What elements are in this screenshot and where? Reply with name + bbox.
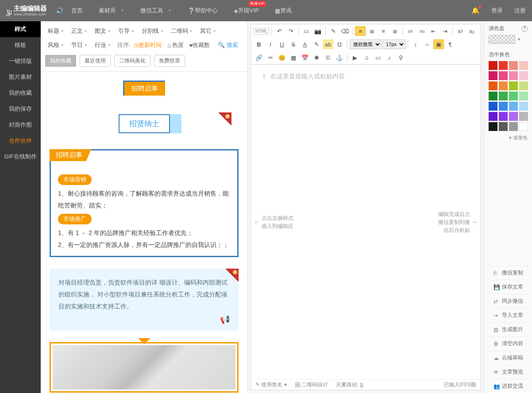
link-button[interactable]: 🔗 xyxy=(254,53,264,62)
sup-button[interactable]: x2 xyxy=(455,26,466,36)
color-swatch[interactable] xyxy=(509,122,518,131)
sort-update[interactable]: ◷ 更新时间 xyxy=(132,40,163,50)
color-swatch[interactable] xyxy=(499,102,508,111)
color-swatch[interactable] xyxy=(489,92,497,100)
image-button[interactable]: ▭ xyxy=(301,26,312,36)
outdent-button[interactable]: ⇤ xyxy=(428,26,439,36)
color-swatch[interactable] xyxy=(519,71,528,80)
action-clear[interactable]: 🗑清空内容 xyxy=(484,336,532,351)
btn-recent[interactable]: 最近使用 xyxy=(80,55,111,67)
styles-list[interactable]: 招聘启事 招贤纳士 招聘启事 市场营销 1、耐心接待顾客的咨询，了解顾客的需求并… xyxy=(41,72,247,393)
login-link[interactable]: 登录 xyxy=(491,7,503,15)
sort-hot[interactable]: ♨ 热度 xyxy=(165,40,185,50)
signature-toggle[interactable]: ✎ 使用签名 ▾ xyxy=(255,381,287,389)
music-button[interactable]: ♪ xyxy=(384,53,395,62)
spacing-button[interactable]: ↔ xyxy=(422,39,432,49)
map-button[interactable]: ⚲ xyxy=(396,53,406,62)
color-swatch[interactable] xyxy=(509,61,518,70)
color-swatch[interactable] xyxy=(499,122,508,131)
nav-vip[interactable]: ◈ 升级VIP 终身VIP xyxy=(226,0,267,21)
register-link[interactable]: 注册 xyxy=(514,7,526,15)
anchor-button[interactable]: ⚓ xyxy=(334,53,345,62)
sidebar-autolayout[interactable]: 一键排版 xyxy=(0,53,41,69)
color-swatch[interactable] xyxy=(519,81,528,90)
bell-icon[interactable]: 🔔 xyxy=(471,7,480,15)
action-wxcopy[interactable]: ⎘微信复制 xyxy=(484,266,532,280)
table-button[interactable]: ▦ xyxy=(288,53,299,62)
sound-icon[interactable]: 🔊 xyxy=(56,7,63,14)
image2-button[interactable]: 📷 xyxy=(312,26,323,36)
sidebar-images[interactable]: 图片素材 xyxy=(0,69,41,85)
filter-guide[interactable]: 引导▼ xyxy=(116,26,137,36)
nav-materials[interactable]: 素材库▼ xyxy=(91,0,132,21)
eraser-button[interactable]: ⌫ xyxy=(339,26,350,36)
html-source-button[interactable]: HTML xyxy=(254,28,269,35)
style-card[interactable]: 招贤纳士 xyxy=(50,110,239,138)
gradient-link[interactable]: ▾ 渐变色 xyxy=(489,135,528,141)
underline-button[interactable]: U xyxy=(277,39,287,49)
sidebar-gif[interactable]: GIF在线制作 xyxy=(0,149,41,165)
float-button[interactable]: ¶ xyxy=(445,39,455,49)
undo-button[interactable]: ↶ xyxy=(274,26,285,36)
qrdesign-link[interactable]: ▦ 二维码设计 xyxy=(295,381,328,389)
btn-free-vote[interactable]: 免费投票 xyxy=(154,55,185,67)
sidebar-style[interactable]: 样式 xyxy=(0,21,41,37)
action-import[interactable]: ⇥导入文章 xyxy=(484,308,532,322)
bold-button[interactable]: B xyxy=(254,39,264,49)
nav-home[interactable]: 首页 xyxy=(63,0,91,21)
help-icon[interactable]: ? xyxy=(521,26,528,32)
nav-wechat-tools[interactable]: 微信工具▼ xyxy=(132,0,180,21)
color-swatch[interactable] xyxy=(509,81,518,90)
align-center-button[interactable]: ≣ xyxy=(366,26,377,36)
align-left-button[interactable]: ≡ xyxy=(355,26,366,36)
bgcolor-button[interactable]: ✎ xyxy=(311,39,322,49)
color-swatch[interactable] xyxy=(489,61,497,70)
filter-other[interactable]: 其它▼ xyxy=(197,26,219,36)
card-button[interactable]: ▭ xyxy=(373,53,383,62)
date-button[interactable]: 📅 xyxy=(300,53,310,62)
color-swatch[interactable] xyxy=(519,92,528,100)
action-genimg[interactable]: ▧生成图片 xyxy=(484,322,532,336)
highlight-button[interactable]: ab xyxy=(323,39,333,49)
color-swatch[interactable] xyxy=(509,71,518,80)
nav-news[interactable]: ▦ 资讯 xyxy=(267,0,300,21)
filter-industry[interactable]: 行业▼ xyxy=(92,40,114,50)
style-card[interactable]: 招聘启事 市场营销 1、耐心接待顾客的咨询，了解顾客的需求并达成当月销售，能吃苦… xyxy=(50,149,239,257)
transparent-swatch[interactable] xyxy=(489,35,515,44)
audio-button[interactable]: ♫ xyxy=(361,53,372,62)
italic-button[interactable]: I xyxy=(265,39,276,49)
color-swatch[interactable] xyxy=(499,61,508,70)
filter-text[interactable]: 正文▼ xyxy=(69,26,90,36)
btn-my-collect[interactable]: 我的收藏 xyxy=(45,55,76,67)
editor-body[interactable]: ⇧ 在这里直接输入或粘贴内容 ⇦ 点击左侧样式插入到编辑区 编辑完成后点微信复制… xyxy=(251,65,481,379)
color-swatch[interactable] xyxy=(499,81,508,90)
filter-title[interactable]: 标题▼ xyxy=(45,26,67,36)
sidebar-cover[interactable]: 封面作图 xyxy=(0,117,41,133)
unlink-button[interactable]: ✂ xyxy=(265,53,276,62)
chevron-down-icon[interactable]: ▼ xyxy=(517,37,521,42)
color-swatch[interactable] xyxy=(499,71,508,80)
color-swatch[interactable] xyxy=(519,112,528,121)
color-swatch[interactable] xyxy=(519,122,528,131)
action-group[interactable]: 👥进群交流 xyxy=(484,379,532,393)
video-button[interactable]: ▶ xyxy=(350,53,360,62)
style-card[interactable] xyxy=(50,342,239,393)
emoji-button[interactable]: 😊 xyxy=(277,53,287,62)
color-swatch[interactable] xyxy=(509,112,518,121)
quotes-button[interactable]: © xyxy=(323,53,333,62)
nav-help[interactable]: ❔帮助中心 xyxy=(180,0,226,21)
logo[interactable]: ௶ 主编编辑器 www.zhubian.com xyxy=(6,5,47,17)
margin-button[interactable]: ▣ xyxy=(433,39,444,49)
font-size-select[interactable]: 17px xyxy=(382,39,405,49)
brush-button[interactable]: ✎ xyxy=(328,26,339,36)
redo-button[interactable]: ↷ xyxy=(285,26,296,36)
color-swatch[interactable] xyxy=(489,81,497,90)
sidebar-template[interactable]: 模板 xyxy=(0,37,41,53)
action-cloud[interactable]: ☁云端草稿 xyxy=(484,351,532,365)
color-swatch[interactable] xyxy=(519,61,528,70)
color-swatch[interactable] xyxy=(489,102,497,111)
align-justify-button[interactable]: ≣ xyxy=(389,26,400,36)
sort-fav[interactable]: ♥ 收藏数 xyxy=(187,40,212,50)
fontcolor-button[interactable]: A xyxy=(300,39,310,49)
style-card[interactable]: 对项目经理负责，负责软件项目的详 细设计、编码和内部测试的组织实施， 对小型软件… xyxy=(50,269,239,331)
